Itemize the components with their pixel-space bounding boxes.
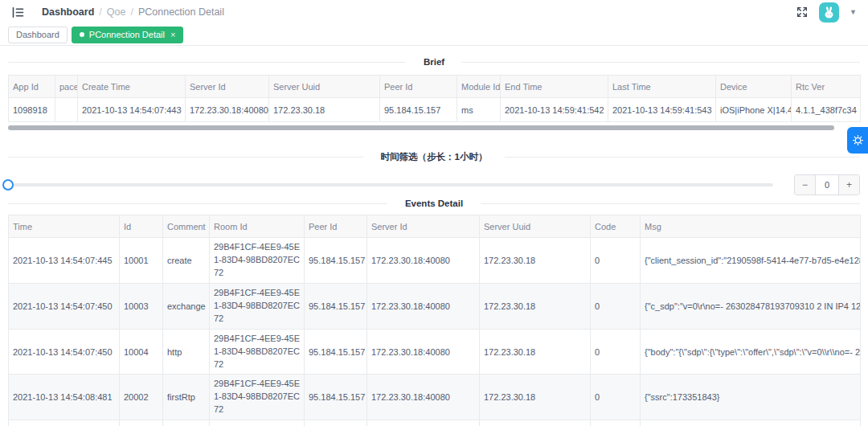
events-row: 2021-10-13 14:54:07:45010003exchange29B4… xyxy=(9,283,861,329)
brief-column-header: Server Uuid xyxy=(269,76,380,98)
brief-row: 10989182021-10-13 14:54:07:443172.23.30.… xyxy=(9,98,861,122)
gear-icon xyxy=(852,134,864,146)
events-cell: 95.184.15.157 xyxy=(305,238,367,284)
brief-cell: 2021-10-13 14:59:41:543 xyxy=(608,98,716,122)
fullscreen-icon[interactable] xyxy=(796,6,809,18)
brief-cell: 1098918 xyxy=(9,98,55,122)
events-cell: 0 xyxy=(591,375,641,420)
events-cell: {"c_sdp":"v=0\r\no=- 263028478193709310 … xyxy=(641,283,861,329)
events-section-divider: Events Detail xyxy=(8,199,860,208)
events-row: 2021-10-13 14:54:08:48120002firstRtp29B4… xyxy=(9,375,861,420)
step-value-input[interactable]: 0 xyxy=(816,175,838,195)
events-cell: 2021-10-13 14:54:08:676 xyxy=(9,420,120,426)
brief-column-header: Module Id xyxy=(457,76,501,98)
breadcrumb-item-qoe[interactable]: Qoe xyxy=(107,6,126,18)
brief-cell: 172.23.30.18:40080 xyxy=(186,98,269,122)
events-column-header: Code xyxy=(591,215,641,238)
events-cell: 172.23.30.18:40080 xyxy=(367,420,480,426)
events-column-header: Server Uuid xyxy=(480,215,591,238)
events-cell: 172.23.30.18:40080 xyxy=(367,329,480,375)
horizontal-scrollbar[interactable] xyxy=(8,125,834,130)
settings-button[interactable] xyxy=(847,127,868,154)
brief-section-title: Brief xyxy=(406,57,462,67)
events-cell: 2021-10-13 14:54:07:450 xyxy=(9,329,120,375)
events-cell: 29B4F1CF-4EE9-45E1-83D4-98BD8207EC72 xyxy=(210,375,305,420)
brief-column-header: Last Time xyxy=(608,76,716,98)
events-cell: 172.23.30.18 xyxy=(480,329,591,375)
events-cell: 2021-10-13 14:54:07:445 xyxy=(9,238,120,284)
tab-label: Dashboard xyxy=(16,30,59,39)
events-column-header: Id xyxy=(120,215,163,238)
events-cell: 2021-10-13 14:54:07:450 xyxy=(9,283,120,329)
time-slider-handle[interactable] xyxy=(2,179,14,190)
menu-fold-icon[interactable] xyxy=(11,5,26,19)
events-cell: 95.184.15.157 xyxy=(305,329,367,375)
brief-cell: ms xyxy=(457,98,501,122)
brief-column-header: pace xyxy=(55,76,78,98)
time-filter-divider: 时间筛选（步长：1小时） xyxy=(8,151,860,163)
events-cell: 172.23.30.18:40080 xyxy=(367,375,480,420)
time-filter-controls: − 0 + xyxy=(8,174,860,195)
brief-column-header: App Id xyxy=(9,76,55,98)
brief-section-divider: Brief xyxy=(8,57,860,67)
chevron-down-icon[interactable]: ▼ xyxy=(850,9,857,16)
events-column-header: Time xyxy=(9,215,120,238)
events-cell: 20002 xyxy=(120,375,163,420)
events-cell: 172.23.30.18 xyxy=(480,238,591,284)
tab-label: PConnection Detail xyxy=(89,30,165,39)
events-cell: 0 xyxy=(591,420,641,426)
breadcrumb-item-dashboard[interactable]: Dashboard xyxy=(42,6,94,18)
events-row: 2021-10-13 14:54:08:67610003exchange29B4… xyxy=(9,420,861,426)
brief-column-header: Peer Id xyxy=(380,76,457,98)
events-cell: {"client_session_id":"2190598f-5414-4e77… xyxy=(641,238,861,284)
brief-column-header: Create Time xyxy=(78,76,186,98)
brief-cell: 172.23.30.18 xyxy=(269,98,380,122)
events-cell: firstRtp xyxy=(163,375,210,420)
brief-column-header: Rtc Ver xyxy=(792,76,861,98)
events-cell: 10004 xyxy=(120,329,163,375)
events-cell: {"body":"{\"sdp\":{\"type\":\"offer\",\"… xyxy=(641,329,861,375)
events-row: 2021-10-13 14:54:07:45010004http29B4F1CF… xyxy=(9,329,861,375)
increment-button[interactable]: + xyxy=(838,175,859,195)
events-cell: 95.184.15.157 xyxy=(305,420,367,426)
brief-cell: 4.1.1_438f7c34 xyxy=(792,98,861,122)
events-cell: exchange xyxy=(163,420,210,426)
brief-cell: 95.184.15.157 xyxy=(380,98,457,122)
time-slider[interactable] xyxy=(8,183,773,186)
time-filter-title: 时间筛选（步长：1小时） xyxy=(363,151,506,163)
main-content: Brief App IdpaceCreate TimeServer IdServ… xyxy=(0,57,868,426)
events-column-header: Comment xyxy=(163,215,210,238)
top-header: Dashboard / Qoe / PConnection Detail xyxy=(0,0,868,24)
events-cell: 95.184.15.157 xyxy=(305,283,367,329)
brief-cell xyxy=(55,98,78,122)
tab-pconnection-detail[interactable]: PConnection Detail × xyxy=(72,27,184,43)
brief-cell: 2021-10-13 14:54:07:443 xyxy=(78,98,186,122)
events-cell: 29B4F1CF-4EE9-45E1-83D4-98BD8207EC72 xyxy=(210,420,305,426)
avatar[interactable] xyxy=(819,2,839,23)
close-icon[interactable]: × xyxy=(170,30,175,39)
events-cell: 172.23.30.18 xyxy=(480,283,591,329)
brief-cell: 2021-10-13 14:59:41:542 xyxy=(501,98,608,122)
events-row: 2021-10-13 14:54:07:44510001create29B4F1… xyxy=(9,238,861,284)
events-cell: 0 xyxy=(591,329,641,375)
events-cell: 0 xyxy=(591,238,641,284)
events-cell: http xyxy=(163,329,210,375)
events-cell: 95.184.15.157 xyxy=(305,375,367,420)
events-cell: {"ssrc":173351843} xyxy=(641,375,861,420)
events-cell: create xyxy=(163,238,210,284)
events-cell: 10003 xyxy=(120,283,163,329)
events-cell: 10001 xyxy=(120,238,163,284)
events-table: TimeIdCommentRoom IdPeer IdServer IdServ… xyxy=(8,215,861,426)
events-cell: 29B4F1CF-4EE9-45E1-83D4-98BD8207EC72 xyxy=(210,329,305,375)
events-section-title: Events Detail xyxy=(387,199,481,208)
events-cell: 2021-10-13 14:54:08:481 xyxy=(9,375,120,420)
tab-dashboard[interactable]: Dashboard xyxy=(8,27,68,43)
events-column-header: Peer Id xyxy=(305,215,367,238)
decrement-button[interactable]: − xyxy=(795,175,816,195)
events-cell: exchange xyxy=(163,283,210,329)
events-cell: 172.23.30.18:40080 xyxy=(367,238,480,284)
brief-cell: iOS|iPhone X|14.4 xyxy=(716,98,792,122)
events-cell: {"c_sdp":"","elapsed":165,"header":{"Acc… xyxy=(641,420,861,426)
breadcrumb-separator: / xyxy=(130,6,133,18)
step-input: − 0 + xyxy=(794,174,860,195)
